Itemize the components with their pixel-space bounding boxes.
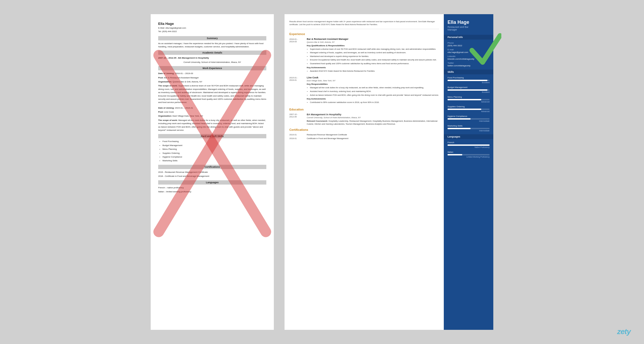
skill-bar-fill-2 (448, 99, 481, 100)
plain-lang-2: Italian – limited working proficiency (158, 190, 266, 193)
plain-skill-6: Marketing Skills (162, 159, 266, 162)
lang-label-0: Native Proficiency (448, 146, 490, 148)
sidebar-email-label: E-mail (448, 48, 490, 51)
plain-skill-1: Food Purchasing (162, 140, 266, 143)
plain-work-header: Work Experience (158, 66, 266, 70)
modern-exp-1-bullet-2: Managed ordering of foods, supplies, and… (310, 51, 439, 54)
sidebar-twitter-label: Twitter (448, 62, 490, 64)
skill-name-3: Supplies Ordering (448, 105, 490, 108)
plain-cert-header: Certifications (158, 165, 266, 169)
skill-item-0: Food Purchasing Excellent (448, 77, 490, 83)
plain-skill-3: Menu Planning (162, 148, 266, 151)
lang-item-0: French Native Proficiency (448, 141, 490, 148)
plain-skills-content: Food Purchasing Budget Management Menu P… (158, 140, 266, 162)
modern-cert-1-name: Restaurant Revenue Management Certificat… (307, 133, 439, 136)
modern-cert-1-date: 2019-01 (289, 133, 307, 136)
modern-exp-2-company: East Village Eats, New York, NY (307, 79, 439, 82)
modern-exp-1-date: 2016-01 -2019-03 (289, 38, 307, 73)
skill-bar-fill-3 (448, 109, 481, 110)
plain-contact: E-Mail: ella.hage@gmail.com Tel: (929) 4… (158, 26, 266, 33)
skill-item-3: Supplies Ordering Advanced (448, 105, 490, 112)
plain-email-value: ella.hage@gmail.com (165, 27, 186, 29)
plain-cert-1: 2019 - Restaurant Revenue Management Cer… (158, 171, 266, 174)
plain-skills-header: Hard and Soft Skills (158, 134, 266, 138)
modern-edu-1-date: 2007-10 -2012-05 (289, 113, 307, 126)
skill-label-3: Advanced (448, 110, 490, 112)
modern-cert-title: Certifications (289, 128, 439, 131)
modern-exp-1-company: Queens Bar & Grill, Astoria, NY (307, 41, 439, 43)
sidebar-email-value: ella.hage@gmail.com (448, 51, 490, 53)
plain-tel-line: Tel: (929) 444-3322 (158, 30, 266, 33)
plain-work-1-post: Post: Bar & Restaurant Assistant Manager (158, 76, 266, 79)
skill-bar-bg-0 (448, 80, 490, 81)
plain-work-2-scope: The scope of work: Managed all line cook… (158, 119, 266, 132)
modern-exp-2-qual-title: Key Responsibilities (307, 83, 439, 85)
modern-exp-2-title: Line Cook (307, 76, 439, 79)
modern-exp-1-bullets: Supervised a diverse team of over 50 FOH… (310, 48, 439, 65)
plain-work-2-org: Organization: East Village Eats, New Yor… (158, 114, 266, 118)
plain-skill-5: Hygiene Compliance (162, 155, 266, 159)
skill-label-2: Advanced (448, 101, 490, 103)
modern-exp-1-ach-title: Key Achievements (307, 66, 439, 69)
lang-bar-bg-1 (448, 154, 490, 155)
plain-cert-content: 2019 - Restaurant Revenue Management Cer… (158, 171, 266, 178)
lang-bar-bg-0 (448, 144, 490, 146)
plain-resume: Ella Hage E-Mail: ella.hage@gmail.com Te… (151, 14, 274, 330)
sidebar-phone-value: (929) 444-3322 (448, 44, 490, 47)
modern-exp-2-ach-title: Key Achievements (307, 98, 439, 100)
modern-exp-2-ach-1: Contributed to 99% customer satisfaction… (310, 101, 439, 104)
plain-work-entry-2: Date of Joining: 2015-01 – 2016-01 Post:… (158, 106, 266, 132)
skill-name-5: Marketing Skills (448, 125, 490, 127)
sidebar-twitter-item: Twitter twitter.com/ellahagezety (448, 62, 490, 67)
plain-academic-header: Academic Details (158, 51, 266, 55)
skill-name-2: Menu Planning (448, 96, 490, 98)
sidebar-name: Ella Hage (448, 20, 490, 25)
modern-sidebar: Ella Hage Restaurant and BarManager Pers… (444, 14, 493, 330)
lang-name-0: French (448, 141, 490, 144)
plain-summary-header: Summary (158, 36, 266, 40)
skill-label-0: Excellent (448, 82, 490, 83)
modern-exp-1-bullet-5: Guaranteed food quality and 100% custome… (310, 62, 439, 65)
skill-item-5: Marketing Skills Intermediate (448, 125, 490, 132)
lang-label-1: Limited Working Proficiency (448, 156, 490, 158)
skill-label-5: Intermediate (448, 130, 490, 132)
skill-label-1: Excellent (448, 91, 490, 93)
modern-edu-1: 2007-10 -2012-05 BA Management in Hospit… (289, 113, 439, 126)
plain-work-1-org: Organization: Queens Bar & Grill, Astori… (158, 80, 266, 83)
skill-bar-fill-1 (448, 89, 487, 91)
skill-item-2: Menu Planning Advanced (448, 96, 490, 103)
modern-exp-2-bullet-2: Assisted head chef in inventory, orderin… (310, 90, 439, 93)
plain-work-content: Date of Joining: 2016-01 – 2019-03 Post:… (158, 72, 266, 132)
modern-exp-2: 2015-01 -2019-01 Line Cook East Village … (289, 76, 439, 105)
plain-name: Ella Hage (158, 22, 266, 26)
modern-resume: Results-driven food service management d… (285, 14, 493, 330)
zety-watermark: zety (617, 327, 631, 336)
sidebar-phone-label: Phone (448, 42, 490, 44)
sidebar-languages-title: Languages (444, 134, 493, 139)
modern-exp-2-bullets: Managed all line cook duties for a busy … (310, 86, 439, 97)
sidebar-linkedin-item: Linkedin linkedin.com/in/ellahagezety (448, 55, 490, 60)
skill-bar-fill-0 (448, 80, 487, 81)
plain-work-entry-1: Date of Joining: 2016-01 – 2019-03 Post:… (158, 72, 266, 104)
modern-exp-1-bullet-4: Ensured Occupational Safety and Health A… (310, 58, 439, 62)
sidebar-linkedin-label: Linkedin (448, 55, 490, 58)
plain-resume-wrapper: Ella Hage E-Mail: ella.hage@gmail.com Te… (151, 14, 274, 330)
modern-exp-1: 2016-01 -2019-03 Bar & Restaurant Assist… (289, 38, 439, 73)
modern-exp-2-date: 2015-01 -2019-01 (289, 76, 307, 105)
plain-academic-school: Cornell University, School of Hotel Admi… (158, 61, 266, 64)
plain-tel-label: Tel: (158, 30, 161, 33)
lang-bar-fill-0 (448, 144, 490, 146)
modern-exp-1-qual-title: Key Qualifications & Responsibilities (307, 44, 439, 47)
plain-lang-content: French – native proficiency Italian – li… (158, 186, 266, 194)
lang-item-1: Italian Limited Working Proficiency (448, 151, 490, 158)
skill-bar-bg-1 (448, 89, 490, 91)
modern-exp-2-achievements: Contributed to 99% customer satisfaction… (310, 101, 439, 104)
languages-container: French Native Proficiency Italian Limite… (448, 141, 490, 158)
plain-lang-header: Languages (158, 180, 266, 185)
sidebar-email-item: E-mail ella.hage@gmail.com (448, 48, 490, 53)
modern-exp-1-achievements: Awarded 2018 NYC Eater Award for Best As… (310, 70, 439, 73)
skill-bar-fill-4 (448, 118, 471, 120)
plain-academic-content: 2007-10 – 2012-05 - BA Management in Hos… (158, 56, 266, 64)
skill-name-1: Budget Management (448, 86, 490, 89)
plain-summary-content: As an assistant manager, I have the expe… (158, 42, 266, 49)
